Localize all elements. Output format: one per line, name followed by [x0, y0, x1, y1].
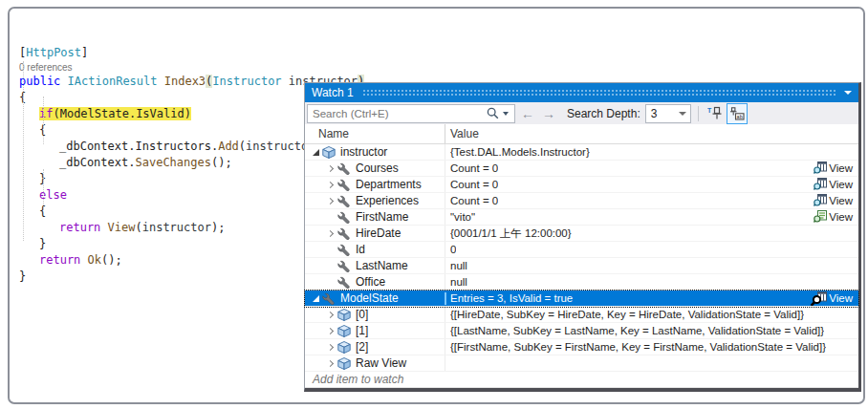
column-resize-handle[interactable]: [445, 124, 445, 143]
search-box[interactable]: [307, 104, 515, 123]
watch-row--1-[interactable]: [1]{[LastName, SubKey = LastName, Key = …: [305, 323, 858, 339]
watch-item-value: Count = 0: [450, 179, 498, 190]
mouse-cursor-icon: [810, 294, 822, 306]
watch-item-value: {[FirstName, SubKey = FirstName, Key = F…: [450, 341, 826, 353]
name-cell: Raw View: [305, 356, 445, 370]
watch-row-id[interactable]: Id0: [305, 242, 858, 258]
grid-visualizer-icon: [814, 194, 827, 208]
view-visualizer-link[interactable]: View: [814, 178, 858, 192]
code-token: (: [239, 140, 246, 153]
watch-item-name: Departments: [356, 178, 422, 191]
code-line[interactable]: [HttpPost]: [11, 45, 364, 61]
watch-item-value: Count = 0: [450, 195, 498, 206]
column-header-name[interactable]: Name: [305, 127, 445, 140]
search-previous-button[interactable]: ←: [519, 106, 536, 121]
watch-item-value: {[LastName, SubKey = LastName, Key = Las…: [450, 325, 824, 336]
watch-item-name: instructor: [340, 145, 387, 159]
watch-rows: instructor{Test.DAL.Models.Instructor}Co…: [305, 144, 858, 372]
collapse-expander-icon[interactable]: [311, 295, 320, 302]
expand-expander-icon[interactable]: [326, 183, 336, 187]
code-token: );: [211, 221, 225, 234]
watch-row-courses[interactable]: CoursesCount = 0View: [305, 161, 858, 177]
add-watch-item-row[interactable]: Add item to watch: [305, 372, 858, 388]
watch-row-office[interactable]: Officenull: [305, 274, 858, 291]
watch-titlebar[interactable]: Watch 1: [305, 83, 858, 102]
search-depth-combobox[interactable]: 3: [645, 104, 691, 123]
pin-to-source-button[interactable]: T: [705, 104, 727, 123]
watch-row--0-[interactable]: [0]{[HireDate, SubKey = HireDate, Key = …: [305, 307, 858, 323]
value-cell: Count = 0View: [445, 178, 858, 192]
value-cell: {[HireDate, SubKey = HireDate, Key = Hir…: [445, 309, 858, 320]
expand-expander-icon[interactable]: [326, 312, 336, 317]
watch-item-name: [1]: [356, 324, 368, 337]
code-token: (: [135, 221, 141, 234]
watch-row--2-[interactable]: [2]{[FirstName, SubKey = FirstName, Key …: [305, 339, 858, 355]
watch-item-value: {0001/1/1 上午 12:00:00}: [450, 226, 572, 241]
name-cell: Experiences: [305, 194, 445, 207]
value-cell: {[FirstName, SubKey = FirstName, Key = F…: [445, 341, 858, 353]
expand-expander-icon[interactable]: [326, 345, 336, 350]
expand-expander-icon[interactable]: [326, 361, 336, 366]
toolbar-separator: [698, 106, 699, 121]
window-position-caret-icon[interactable]: [844, 91, 852, 95]
value-cell: null: [445, 276, 858, 288]
watch-row-raw-view[interactable]: Raw View: [305, 355, 858, 372]
code-token: return: [59, 221, 108, 234]
code-token: Ok: [88, 253, 101, 267]
watch-row-firstname[interactable]: FirstName"vito"View: [305, 209, 858, 226]
watch-row-departments[interactable]: DepartmentsCount = 0View: [305, 177, 858, 193]
view-link-label: View: [829, 292, 853, 304]
expander-glyph: [326, 164, 333, 171]
watch-item-name: [0]: [356, 308, 368, 321]
view-visualizer-link[interactable]: View: [814, 194, 858, 208]
watch-grid-header: Name Value: [305, 124, 858, 144]
view-link-label: View: [829, 211, 853, 223]
expander-glyph: [326, 181, 333, 187]
search-icon[interactable]: [487, 107, 500, 120]
combo-caret-icon: [679, 112, 686, 116]
expand-expander-icon[interactable]: [326, 329, 336, 334]
watch-item-value: null: [450, 260, 467, 271]
view-visualizer-link[interactable]: View: [814, 161, 858, 176]
name-cell: Office: [305, 275, 445, 289]
watch-item-name: Id: [356, 243, 365, 256]
search-input[interactable]: [308, 108, 487, 119]
name-cell: [0]: [305, 308, 445, 321]
property-wrench-icon: [337, 275, 352, 289]
name-cell: Departments: [305, 178, 445, 191]
watch-row-instructor[interactable]: instructor{Test.DAL.Models.Instructor}: [305, 144, 858, 161]
code-token: ();: [211, 156, 232, 169]
watch-row-modelstate[interactable]: ModelStateEntries = 3, IsValid = trueVie…: [305, 291, 858, 307]
svg-text:T: T: [707, 107, 712, 114]
value-cell: 0: [445, 244, 858, 255]
expand-expander-icon[interactable]: [326, 199, 336, 204]
view-visualizer-link[interactable]: View: [814, 210, 858, 225]
search-options-caret-icon[interactable]: [503, 112, 509, 116]
value-cell: Entries = 3, IsValid = trueView: [445, 291, 858, 306]
value-edit-caret: [445, 292, 446, 305]
search-next-button[interactable]: →: [540, 106, 557, 121]
column-header-value[interactable]: Value: [445, 127, 479, 140]
code-token: Instructor: [212, 75, 281, 88]
expand-expander-icon[interactable]: [326, 231, 336, 236]
watch-row-hiredate[interactable]: HireDate{0001/1/1 上午 12:00:00}: [305, 226, 858, 242]
object-icon: [337, 340, 352, 354]
expand-expander-icon[interactable]: [326, 166, 336, 171]
pinned-properties-icon: ab: [729, 107, 745, 120]
code-token: _dbContext.: [59, 156, 135, 169]
collapse-expander-icon[interactable]: [311, 149, 320, 156]
watch-row-experiences[interactable]: ExperiencesCount = 0View: [305, 193, 858, 209]
value-cell: Count = 0View: [445, 194, 858, 208]
code-token: IActionResult: [68, 75, 164, 88]
value-cell: {[LastName, SubKey = LastName, Key = Las…: [445, 325, 858, 336]
watch-row-lastname[interactable]: LastNamenull: [305, 258, 858, 274]
property-wrench-icon: [337, 161, 352, 175]
codelens-references-link[interactable]: 0 references: [11, 61, 364, 74]
show-pinned-members-toggle[interactable]: ab: [727, 103, 748, 124]
expander-glyph: [326, 343, 333, 350]
expander-glyph: [313, 295, 319, 302]
view-visualizer-link[interactable]: View: [814, 291, 858, 306]
value-cell: null: [445, 260, 858, 271]
watch-item-value: {Test.DAL.Models.Instructor}: [450, 146, 590, 158]
indent-guide: [43, 97, 44, 144]
